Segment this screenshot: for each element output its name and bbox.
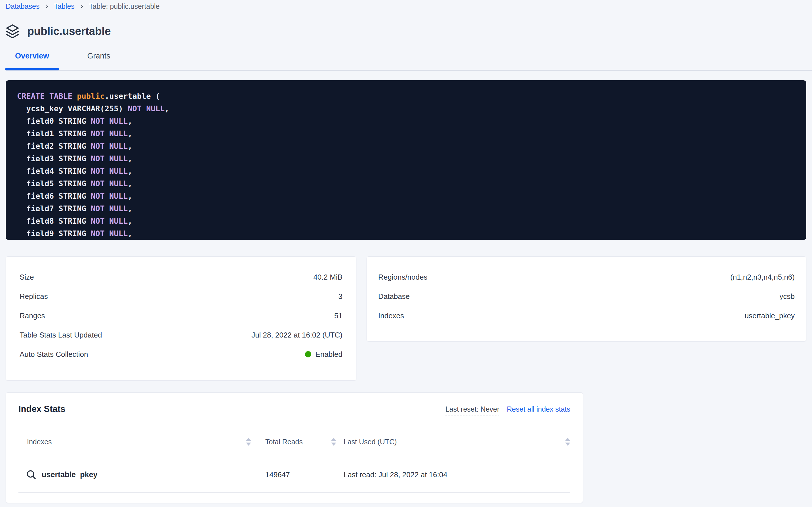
stat-value: 3 [338,292,342,301]
status-badge: Enabled [305,350,342,359]
stat-label: Table Stats Last Updated [19,331,102,340]
stat-value: ycsb [779,292,795,301]
sql-line: field4 STRING NOT NULL, [17,165,806,177]
tab-bar: Overview Grants [5,52,126,60]
sort-arrows-icon[interactable] [246,438,251,446]
breadcrumb-tables[interactable]: Tables [54,2,75,10]
reset-area: Last reset: Never Reset all index stats [445,405,570,416]
stat-label: Regions/nodes [378,273,427,282]
sql-line: field5 STRING NOT NULL, [17,177,806,190]
table-layers-icon [6,24,19,39]
status-text: Enabled [315,350,342,359]
stat-label: Indexes [378,312,404,320]
index-stats-header: Index Stats Last reset: Never Reset all … [18,393,570,416]
chevron-right-icon [45,4,49,9]
breadcrumb-databases[interactable]: Databases [6,2,40,10]
column-header-total-reads: Total Reads [251,438,336,446]
sql-line: field2 STRING NOT NULL, [17,140,806,153]
stat-value: usertable_pkey [745,312,795,320]
active-tab-underline [5,68,59,70]
sql-line: field7 STRING NOT NULL, [17,203,806,215]
breadcrumb: Databases Tables Table: public.usertable [6,2,160,10]
total-reads-cell: 149647 [251,470,336,479]
chevron-right-icon [79,4,84,9]
stat-label: Ranges [19,312,45,320]
sql-line: field6 STRING NOT NULL, [17,190,806,203]
sort-arrows-icon[interactable] [331,438,336,446]
breadcrumb-current: Table: public.usertable [89,2,160,10]
create-table-sql-box: CREATE TABLE public.usertable ( ycsb_key… [6,80,806,240]
tab-grants[interactable]: Grants [72,52,126,60]
column-header-last-used: Last Used (UTC) [336,438,570,446]
sql-line: ycsb_key VARCHAR(255) NOT NULL, [17,103,806,115]
index-stats-card: Index Stats Last reset: Never Reset all … [6,392,583,503]
last-reset-label: Last reset: Never [445,405,499,416]
table-details-card: Size 40.2 MiB Replicas 3 Ranges 51 Table… [6,256,356,381]
stat-row-stats-updated: Table Stats Last Updated Jul 28, 2022 at… [19,325,342,345]
table-divider [18,492,570,493]
stat-label: Replicas [19,292,48,301]
stat-label: Database [378,292,410,301]
stat-row-replicas: Replicas 3 [19,287,342,306]
stat-row-size: Size 40.2 MiB [19,267,342,287]
stat-row-ranges: Ranges 51 [19,306,342,325]
stat-row-indexes: Indexes usertable_pkey [378,306,795,325]
sql-line: field0 STRING NOT NULL, [17,115,806,127]
sql-line: field9 STRING NOT NULL, [17,227,806,240]
index-name-cell: usertable_pkey [18,469,251,480]
stat-value: (n1,n2,n3,n4,n5,n6) [730,273,795,282]
tab-overview[interactable]: Overview [5,52,59,60]
stat-value: 40.2 MiB [313,273,342,282]
sql-line: field1 STRING NOT NULL, [17,127,806,140]
index-name-link[interactable]: usertable_pkey [42,470,98,479]
table-meta-card: Regions/nodes (n1,n2,n3,n4,n5,n6) Databa… [367,256,806,341]
stat-value: 51 [334,312,342,320]
sql-line: field8 STRING NOT NULL, [17,215,806,227]
stat-label: Auto Stats Collection [19,350,88,359]
column-header-indexes: Indexes [18,438,251,446]
last-used-cell: Last read: Jul 28, 2022 at 16:04 [336,470,570,479]
table-row: usertable_pkey 149647 Last read: Jul 28,… [18,457,570,492]
status-enabled-dot-icon [305,351,311,357]
sql-line: field3 STRING NOT NULL, [17,153,806,165]
column-label: Indexes [27,438,52,446]
stat-row-auto-stats: Auto Stats Collection Enabled [19,345,342,364]
stat-label: Size [19,273,34,282]
column-label: Total Reads [265,438,303,446]
index-stats-title: Index Stats [18,404,65,414]
stat-row-regions: Regions/nodes (n1,n2,n3,n4,n5,n6) [378,267,795,287]
page-title: public.usertable [27,25,111,38]
tab-divider [6,70,812,71]
column-label: Last Used (UTC) [343,438,397,446]
search-icon [26,469,37,480]
reset-all-index-stats-link[interactable]: Reset all index stats [507,405,570,413]
stat-row-database: Database ycsb [378,287,795,306]
sql-line: CREATE TABLE public.usertable ( [17,90,806,103]
index-table-header: Indexes Total Reads Last Used (UTC) [18,437,570,447]
stat-value: Jul 28, 2022 at 16:02 (UTC) [251,331,342,340]
page-header: public.usertable [6,24,111,39]
sort-arrows-icon[interactable] [565,438,570,446]
